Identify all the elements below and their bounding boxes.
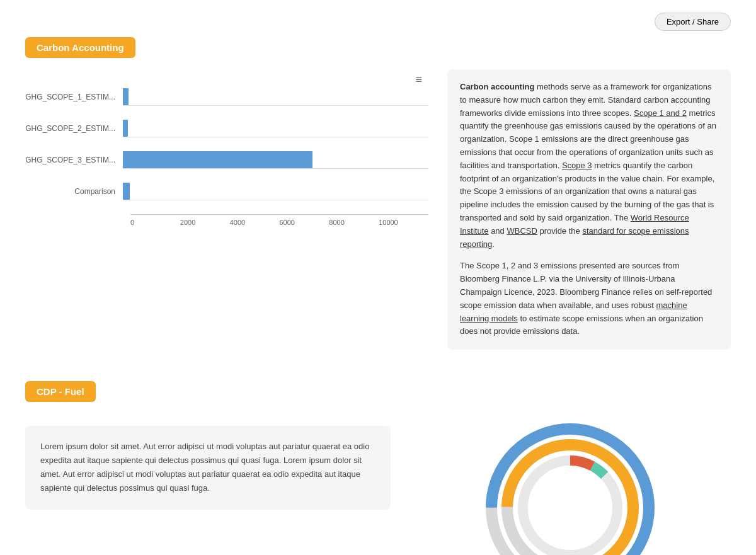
info-provide: provide the xyxy=(537,226,583,236)
bar-track-comparison xyxy=(123,183,428,200)
info-paragraph-2: The Scope 1, 2 and 3 emissions presented… xyxy=(460,260,718,338)
scope-3-link[interactable]: Scope 3 xyxy=(562,161,592,170)
x-tick-3: 6000 xyxy=(279,219,329,226)
bar-label-comparison: Comparison xyxy=(25,187,123,196)
export-share-button[interactable]: Export / Share xyxy=(655,13,731,31)
cdp-content: Lorem ipsum dolor sit amet. Aut error ad… xyxy=(25,413,731,555)
x-axis: 0 2000 4000 6000 8000 10000 xyxy=(130,214,428,226)
info-dot: . xyxy=(492,239,495,249)
x-tick-4: 8000 xyxy=(329,219,379,226)
cdp-left: Lorem ipsum dolor sit amet. Aut error ad… xyxy=(25,413,391,509)
donut-chart xyxy=(482,420,658,555)
donut-svg xyxy=(482,420,658,555)
carbon-accounting-bold: Carbon accounting xyxy=(460,82,534,91)
bar-fill-scope1 xyxy=(123,88,129,105)
bar-label-scope1: GHG_SCOPE_1_ESTIM... xyxy=(25,93,123,101)
top-bar: Export / Share xyxy=(25,13,731,31)
bar-fill-scope2 xyxy=(123,120,128,137)
chart-menu-icon[interactable]: ≡ xyxy=(415,73,422,86)
x-tick-2: 4000 xyxy=(230,219,280,226)
bar-fill-scope3 xyxy=(123,151,312,168)
bar-track-scope2 xyxy=(123,120,428,137)
bar-chart: GHG_SCOPE_1_ESTIM... GHG_SCOPE_2_ESTIM..… xyxy=(25,88,428,200)
x-tick-0: 0 xyxy=(130,219,180,226)
bar-track-scope1 xyxy=(123,88,428,106)
table-row: Comparison xyxy=(25,183,428,200)
bar-label-scope3: GHG_SCOPE_3_ESTIM... xyxy=(25,156,123,164)
cdp-section: CDP - Fuel Lorem ipsum dolor sit amet. A… xyxy=(25,381,731,555)
table-row: GHG_SCOPE_1_ESTIM... xyxy=(25,88,428,106)
table-row: GHG_SCOPE_3_ESTIM... xyxy=(25,151,428,169)
table-row: GHG_SCOPE_2_ESTIM... xyxy=(25,120,428,137)
bar-label-scope2: GHG_SCOPE_2_ESTIM... xyxy=(25,124,123,133)
carbon-content: ≡ GHG_SCOPE_1_ESTIM... GHG_SCOPE_2_ESTIM… xyxy=(25,69,731,350)
scope-1-2-link[interactable]: Scope 1 and 2 xyxy=(634,108,687,118)
info-and: and xyxy=(489,226,507,236)
x-tick-5: 10000 xyxy=(379,219,428,226)
chart-area: ≡ GHG_SCOPE_1_ESTIM... GHG_SCOPE_2_ESTIM… xyxy=(25,69,428,245)
bar-track-scope3 xyxy=(123,151,428,169)
wbcsd-link[interactable]: WBCSD xyxy=(507,226,537,236)
info-panel: Carbon accounting methods serve as a fra… xyxy=(447,69,731,350)
carbon-badge: Carbon Accounting xyxy=(25,37,135,58)
cdp-lorem-box: Lorem ipsum dolor sit amet. Aut error ad… xyxy=(25,426,391,509)
carbon-section: Carbon Accounting ≡ GHG_SCOPE_1_ESTIM...… xyxy=(25,37,731,350)
info-paragraph-1: Carbon accounting methods serve as a fra… xyxy=(460,81,718,251)
cdp-badge: CDP - Fuel xyxy=(25,381,96,402)
bar-fill-comparison xyxy=(123,183,130,200)
page-container: Export / Share Carbon Accounting ≡ GHG_S… xyxy=(0,0,756,555)
cdp-right xyxy=(410,413,731,555)
cdp-lorem-text: Lorem ipsum dolor sit amet. Aut error ad… xyxy=(40,440,375,495)
x-tick-1: 2000 xyxy=(180,219,230,226)
